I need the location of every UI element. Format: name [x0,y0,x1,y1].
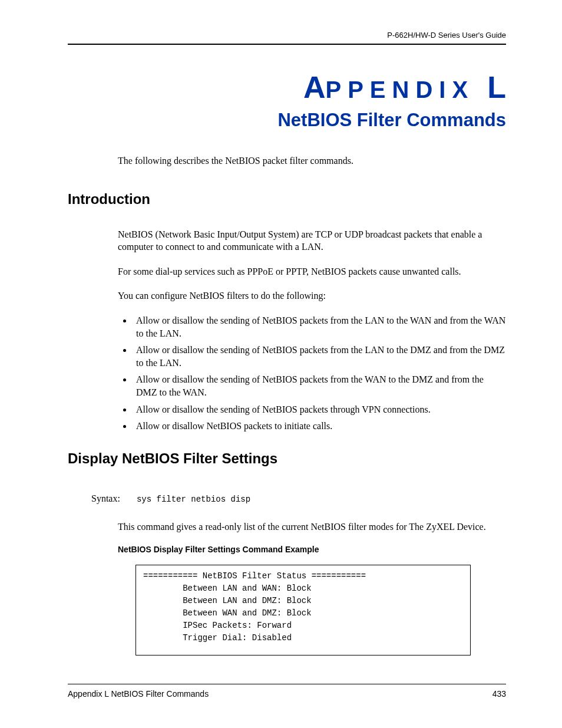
appendix-label: APPENDIX L [68,70,506,105]
guide-title: P-662H/HW-D Series User's Guide [387,31,506,39]
list-item: Allow or disallow the sending of NetBIOS… [133,403,506,416]
appendix-word: PPENDIX [326,77,475,103]
list-item: Allow or disallow NetBIOS packets to ini… [133,420,506,433]
list-item: Allow or disallow the sending of NetBIOS… [133,314,506,340]
intro-para-1: NetBIOS (Network Basic Input/Output Syst… [118,228,506,253]
section-introduction-heading: Introduction [68,191,506,207]
syntax-row: Syntax: sys filter netbios disp [91,493,506,504]
chapter-title: NetBIOS Filter Commands [68,110,506,131]
intro-para-3: You can configure NetBIOS filters to do … [118,289,506,302]
syntax-command: sys filter netbios disp [137,495,250,504]
syntax-label: Syntax: [91,493,120,504]
page-footer: Appendix L NetBIOS Filter Commands 433 [68,684,506,699]
list-item: Allow or disallow the sending of NetBIOS… [133,344,506,369]
appendix-letter: L [487,70,506,104]
code-example-box: =========== NetBIOS Filter Status ======… [135,565,471,655]
list-item: Allow or disallow the sending of NetBIOS… [133,373,506,398]
intro-para-2: For some dial-up services such as PPPoE … [118,265,506,278]
example-heading: NetBIOS Display Filter Settings Command … [118,545,506,554]
display-para-1: This command gives a read-only list of t… [118,521,506,533]
bullet-list: Allow or disallow the sending of NetBIOS… [133,314,506,433]
page-number: 433 [492,689,506,699]
intro-paragraph: The following describes the NetBIOS pack… [118,154,506,167]
section-display-heading: Display NetBIOS Filter Settings [68,450,506,467]
footer-left: Appendix L NetBIOS Filter Commands [68,689,209,699]
page-header: P-662H/HW-D Series User's Guide [68,29,506,45]
